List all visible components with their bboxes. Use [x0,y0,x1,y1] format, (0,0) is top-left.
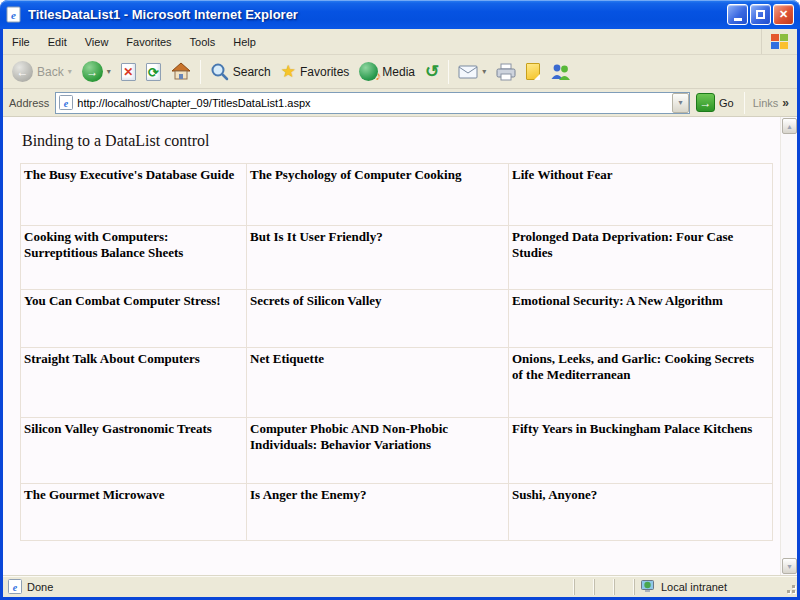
chevron-down-icon: ▼ [786,563,793,570]
titles-datalist: The Busy Executive's Database Guide The … [20,163,773,541]
title-cell: Computer Phobic AND Non-Phobic Individua… [247,418,509,484]
title-cell: Straight Talk About Computers [21,348,247,418]
history-icon: ↺ [425,63,439,80]
page-ie-icon: e [59,95,73,110]
menu-help[interactable]: Help [224,31,265,53]
home-icon [171,62,191,81]
back-dropdown-icon[interactable]: ▾ [68,67,72,76]
print-button[interactable] [491,57,521,87]
title-cell: Is Anger the Enemy? [247,484,509,541]
search-icon [210,62,229,81]
windows-logo-well [761,29,797,54]
back-icon: ← [12,61,33,82]
table-row: The Busy Executive's Database Guide The … [21,164,773,226]
address-input[interactable]: e http://localhost/Chapter_09/TitlesData… [55,92,690,114]
address-url[interactable]: http://localhost/Chapter_09/TitlesDataLi… [77,97,670,109]
status-pane-empty [594,579,614,595]
search-label: Search [233,65,271,79]
forward-dropdown-icon[interactable]: ▾ [107,67,111,76]
go-button[interactable]: → Go [690,91,740,115]
back-button[interactable]: ← Back ▾ [7,57,77,87]
close-icon: ✕ [779,8,788,21]
title-cell: Prolonged Data Deprivation: Four Case St… [509,226,773,290]
menu-file[interactable]: File [3,31,39,53]
address-dropdown-button[interactable]: ▾ [672,93,689,113]
table-row: Cooking with Computers: Surreptitious Ba… [21,226,773,290]
refresh-button[interactable]: ⟳ [141,57,166,87]
browser-window: e TitlesDataList1 - Microsoft Internet E… [0,0,800,600]
maximize-button[interactable] [750,4,771,25]
go-arrow-icon: → [696,93,715,112]
table-row: You Can Combat Computer Stress! Secrets … [21,290,773,348]
window-controls: ✕ [727,4,794,25]
history-button[interactable]: ↺ [420,57,444,87]
title-cell: You Can Combat Computer Stress! [21,290,247,348]
links-chevron-icon[interactable]: » [782,96,789,110]
edit-button[interactable] [521,57,545,87]
svg-text:e: e [13,582,18,593]
messenger-button[interactable] [545,57,576,87]
title-bar[interactable]: e TitlesDataList1 - Microsoft Internet E… [0,0,800,29]
title-cell: The Psychology of Computer Cooking [247,164,509,226]
title-cell: Emotional Security: A New Algorithm [509,290,773,348]
title-cell: Secrets of Silicon Valley [247,290,509,348]
back-label: Back [37,65,64,79]
svg-text:e: e [64,98,69,109]
maximize-icon [756,10,765,19]
internet-explorer-icon: e [6,6,23,23]
status-pane-empty [614,579,634,595]
home-button[interactable] [166,57,196,87]
page-viewport: Binding to a DataList control The Busy E… [3,117,797,575]
stop-button[interactable]: ✕ [116,57,141,87]
toolbar-separator [448,60,449,84]
search-button[interactable]: Search [205,57,276,87]
resize-grip[interactable] [782,579,797,595]
messenger-icon [550,63,571,81]
menu-view[interactable]: View [76,31,118,53]
menu-favorites[interactable]: Favorites [117,31,180,53]
minimize-button[interactable] [727,4,748,25]
status-bar: e Done Local intranet [3,575,797,597]
menu-tools[interactable]: Tools [181,31,225,53]
links-label[interactable]: Links [753,97,779,109]
toolbar-separator [200,60,201,84]
print-icon [496,63,516,81]
title-cell: The Busy Executive's Database Guide [21,164,247,226]
mail-dropdown-icon[interactable]: ▾ [482,67,486,76]
refresh-icon: ⟳ [146,63,161,81]
title-cell: Fifty Years in Buckingham Palace Kitchen… [509,418,773,484]
title-cell: Life Without Fear [509,164,773,226]
favorites-button[interactable]: ★ Favorites [276,57,355,87]
menu-edit[interactable]: Edit [39,31,76,53]
table-row: Straight Talk About Computers Net Etique… [21,348,773,418]
media-button[interactable]: ♪ Media [354,57,420,87]
minimize-icon [734,18,742,21]
title-cell: Sushi, Anyone? [509,484,773,541]
mail-icon [458,65,478,79]
go-label: Go [719,97,734,109]
window-title: TitlesDataList1 - Microsoft Internet Exp… [28,7,727,22]
security-zone-pane: Local intranet [634,579,782,595]
forward-icon: → [82,61,103,82]
scroll-down-button[interactable]: ▼ [782,558,797,574]
title-cell: Net Etiquette [247,348,509,418]
status-pane-empty [574,579,594,595]
forward-button[interactable]: → ▾ [77,57,116,87]
security-zone-label: Local intranet [661,581,727,593]
table-row: Silicon Valley Gastronomic Treats Comput… [21,418,773,484]
favorites-star-icon: ★ [281,63,296,80]
mail-button[interactable]: ▾ [453,57,491,87]
title-cell: Onions, Leeks, and Garlic: Cooking Secre… [509,348,773,418]
title-cell: The Gourmet Microwave [21,484,247,541]
chevron-down-icon: ▾ [678,98,682,107]
close-button[interactable]: ✕ [773,4,794,25]
favorites-label: Favorites [300,65,349,79]
scroll-up-button[interactable]: ▲ [782,118,797,134]
vertical-scrollbar[interactable]: ▲ ▼ [780,117,797,575]
page-ie-icon: e [8,579,22,594]
local-intranet-icon [641,580,656,593]
edit-icon [526,63,540,80]
address-separator [744,92,745,114]
media-globe-icon: ♪ [359,62,378,81]
status-pane-main: e Done [3,579,574,594]
